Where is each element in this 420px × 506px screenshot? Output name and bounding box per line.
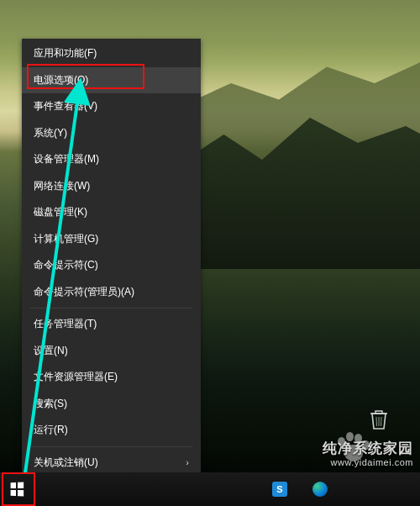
menu-item-label: 计算机管理(G)	[34, 232, 98, 246]
menu-item-label: 命令提示符(C)	[34, 258, 98, 272]
menu-item-label: 搜索(S)	[34, 397, 67, 411]
recycle-bin-icon	[365, 405, 392, 432]
menu-item-label: 应用和功能(F)	[34, 46, 97, 61]
menu-item[interactable]: 网络连接(W)	[22, 173, 201, 200]
chevron-right-icon: ›	[186, 457, 189, 467]
menu-item[interactable]: 电源选项(O)	[22, 67, 201, 94]
menu-item-label: 运行(R)	[34, 423, 68, 437]
menu-item[interactable]: 计算机管理(G)	[22, 226, 201, 253]
menu-item-label: 关机或注销(U)	[34, 456, 98, 470]
menu-item-label: 命令提示符(管理员)(A)	[34, 285, 134, 299]
watermark: 纯净系统家园 www.yidaimei.com	[323, 440, 413, 469]
menu-item[interactable]: 命令提示符(C)	[22, 252, 201, 279]
menu-item-label: 任务管理器(T)	[34, 317, 97, 331]
watermark-title: 纯净系统家园	[323, 440, 413, 457]
menu-item[interactable]: 事件查看器(V)	[22, 93, 201, 120]
menu-item[interactable]: 任务管理器(T)	[22, 311, 201, 338]
menu-item-label: 设备管理器(M)	[34, 152, 99, 166]
watermark-url: www.yidaimei.com	[323, 457, 413, 469]
menu-item-label: 设置(N)	[34, 344, 68, 358]
menu-item[interactable]: 磁盘管理(K)	[22, 199, 201, 226]
menu-item-label: 网络连接(W)	[34, 179, 90, 193]
taskbar-pinned-apps: S	[272, 482, 420, 497]
menu-item-label: 磁盘管理(K)	[34, 205, 87, 219]
menu-item[interactable]: 应用和功能(F)	[22, 40, 201, 67]
taskbar-app-icon[interactable]: S	[272, 482, 287, 497]
menu-item[interactable]: 文件资源管理器(E)	[22, 364, 201, 391]
menu-item[interactable]: 运行(R)	[22, 417, 201, 444]
taskbar: S	[0, 472, 420, 506]
menu-item[interactable]: 设备管理器(M)	[22, 146, 201, 173]
menu-item[interactable]: 系统(Y)	[22, 120, 201, 147]
winx-context-menu: 应用和功能(F)电源选项(O)事件查看器(V)系统(Y)设备管理器(M)网络连接…	[22, 39, 201, 504]
menu-item[interactable]: 搜索(S)	[22, 391, 201, 418]
menu-item-label: 文件资源管理器(E)	[34, 370, 118, 384]
menu-item-label: 电源选项(O)	[34, 73, 88, 87]
menu-divider	[30, 308, 192, 308]
menu-divider	[30, 446, 192, 447]
menu-item[interactable]: 设置(N)	[22, 338, 201, 365]
menu-item-label: 事件查看器(V)	[34, 99, 97, 113]
taskbar-edge-icon[interactable]	[312, 482, 328, 497]
menu-item-label: 系统(Y)	[34, 126, 67, 140]
menu-item[interactable]: 命令提示符(管理员)(A)	[22, 279, 201, 306]
windows-logo-icon	[11, 482, 24, 497]
start-button[interactable]	[0, 472, 34, 506]
